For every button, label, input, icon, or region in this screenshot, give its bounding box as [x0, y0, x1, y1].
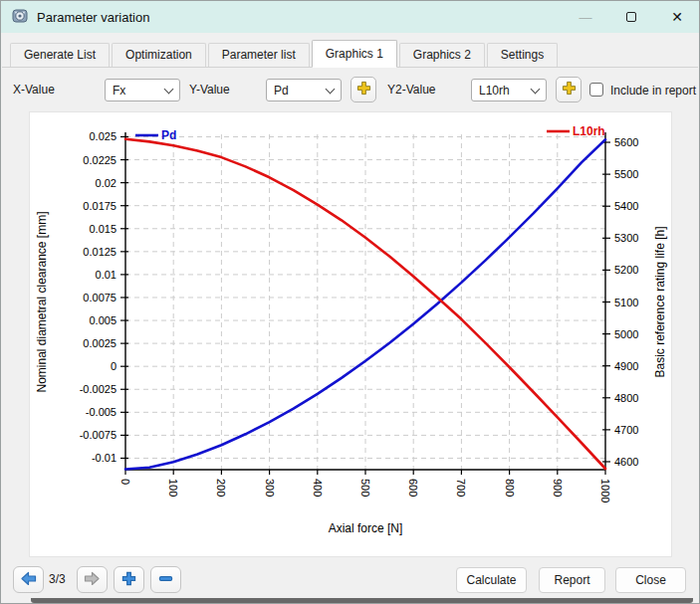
add-chart-button[interactable]	[114, 566, 144, 593]
y2-value-label: Y2-Value	[387, 83, 435, 97]
legend-label-Pd: Pd	[161, 128, 176, 142]
svg-text:0.0075: 0.0075	[83, 292, 117, 303]
svg-text:-0.0075: -0.0075	[80, 429, 117, 441]
add-y-curve-button[interactable]	[350, 77, 376, 102]
remove-chart-button[interactable]	[150, 566, 181, 593]
include-in-report-checkbox[interactable]	[589, 83, 603, 97]
window-title: Parameter variation	[37, 10, 149, 25]
svg-text:5400: 5400	[614, 200, 638, 212]
add-y2-curve-button[interactable]	[556, 77, 582, 102]
bearing-icon	[12, 8, 28, 27]
axis-titles: Nominal diametral clearance [mm]Basic re…	[35, 211, 667, 535]
maximize-icon	[626, 12, 636, 22]
svg-text:0.02: 0.02	[96, 177, 117, 189]
close-dialog-button[interactable]: Close	[615, 567, 686, 593]
footer: 3/3 Calculate Report Close	[1, 556, 699, 603]
tab-graphics-2[interactable]: Graphics 2	[399, 43, 485, 67]
include-in-report-label: Include in report	[610, 84, 696, 98]
y-value-select[interactable]: Pd	[266, 79, 342, 101]
svg-text:0.0025: 0.0025	[83, 337, 117, 349]
minimize-button[interactable]: —	[564, 1, 607, 33]
svg-text:5300: 5300	[614, 232, 638, 244]
svg-text:0.01: 0.01	[96, 269, 117, 281]
svg-text:-0.01: -0.01	[92, 452, 117, 464]
x-value-current: Fx	[113, 84, 125, 98]
tab-graphics-1[interactable]: Graphics 1	[312, 40, 397, 68]
gold-plus-icon	[562, 81, 577, 99]
tab-optimization[interactable]: Optimization	[112, 43, 206, 67]
svg-text:Basic reference rating life [h: Basic reference rating life [h]	[653, 226, 667, 377]
svg-text:0.0225: 0.0225	[83, 154, 117, 166]
svg-text:200: 200	[215, 479, 227, 497]
svg-text:300: 300	[264, 479, 276, 497]
grid-layer	[125, 134, 605, 470]
y-value-label: Y-Value	[189, 83, 230, 97]
svg-text:900: 900	[552, 479, 564, 497]
parameter-variation-chart: -0.01-0.0075-0.005-0.002500.00250.0050.0…	[30, 112, 673, 558]
minus-icon	[158, 571, 173, 589]
legend: PdL10rh	[135, 124, 605, 142]
chevron-down-icon	[326, 84, 336, 94]
svg-text:0.0175: 0.0175	[83, 200, 117, 212]
svg-text:0: 0	[119, 479, 131, 485]
x-value-select[interactable]: Fx	[105, 79, 180, 101]
toolbar: X-Value Fx Y-Value Pd Y2-Value L10rh Inc…	[1, 69, 699, 110]
svg-text:5200: 5200	[614, 264, 638, 276]
svg-text:-0.005: -0.005	[86, 406, 117, 418]
titlebar: Parameter variation — ✕	[1, 1, 699, 33]
x-value-label: X-Value	[13, 83, 55, 97]
svg-text:400: 400	[312, 479, 324, 497]
legend-label-L10rh: L10rh	[573, 124, 605, 138]
maximize-button[interactable]	[609, 1, 653, 33]
svg-text:Axial force [N]: Axial force [N]	[329, 521, 403, 535]
svg-text:600: 600	[407, 479, 419, 497]
svg-text:500: 500	[359, 479, 371, 497]
svg-text:5000: 5000	[614, 328, 638, 340]
svg-text:4700: 4700	[614, 424, 638, 436]
svg-text:4600: 4600	[614, 456, 638, 468]
page-indicator: 3/3	[49, 572, 66, 586]
next-page-button[interactable]	[77, 566, 108, 593]
y2-value-select[interactable]: L10rh	[471, 79, 547, 101]
chevron-down-icon	[531, 84, 541, 94]
svg-text:5100: 5100	[614, 297, 638, 308]
plus-icon	[121, 571, 136, 589]
svg-text:Nominal diametral clearance [m: Nominal diametral clearance [mm]	[35, 211, 49, 392]
chart-panel: -0.01-0.0075-0.005-0.002500.00250.0050.0…	[29, 111, 672, 557]
svg-text:0.005: 0.005	[89, 314, 117, 326]
svg-text:4900: 4900	[614, 360, 638, 372]
tab-bar: Generate ListOptimizationParameter listG…	[2, 40, 698, 68]
y-value-current: Pd	[274, 84, 289, 98]
window-shadow	[31, 598, 693, 603]
tab-parameter-list[interactable]: Parameter list	[208, 43, 310, 67]
y2-value-current: L10rh	[479, 84, 510, 98]
tick-labels: -0.01-0.0075-0.005-0.002500.00250.0050.0…	[80, 130, 639, 503]
calculate-button[interactable]: Calculate	[456, 567, 527, 593]
svg-text:-0.0025: -0.0025	[80, 383, 117, 395]
svg-text:5500: 5500	[614, 168, 638, 180]
chevron-down-icon	[164, 84, 174, 94]
tab-generate-list[interactable]: Generate List	[10, 43, 110, 67]
close-button[interactable]: ✕	[655, 1, 699, 33]
svg-text:1000: 1000	[599, 479, 611, 503]
gold-plus-icon	[356, 81, 371, 99]
arrow-left-icon	[20, 571, 37, 589]
svg-text:0.0125: 0.0125	[83, 246, 117, 258]
svg-text:800: 800	[504, 479, 516, 497]
previous-page-button[interactable]	[13, 566, 44, 593]
svg-text:0: 0	[111, 360, 117, 372]
report-button[interactable]: Report	[539, 567, 605, 593]
svg-text:0.015: 0.015	[89, 223, 117, 235]
svg-text:4800: 4800	[614, 392, 638, 404]
tab-settings[interactable]: Settings	[487, 43, 558, 67]
svg-text:5600: 5600	[614, 136, 638, 148]
parameter-variation-window: Parameter variation — ✕ Generate ListOpt…	[0, 0, 700, 604]
svg-text:100: 100	[167, 479, 179, 497]
svg-text:700: 700	[455, 479, 467, 497]
svg-text:0.025: 0.025	[89, 130, 117, 142]
arrow-right-icon	[84, 571, 101, 589]
